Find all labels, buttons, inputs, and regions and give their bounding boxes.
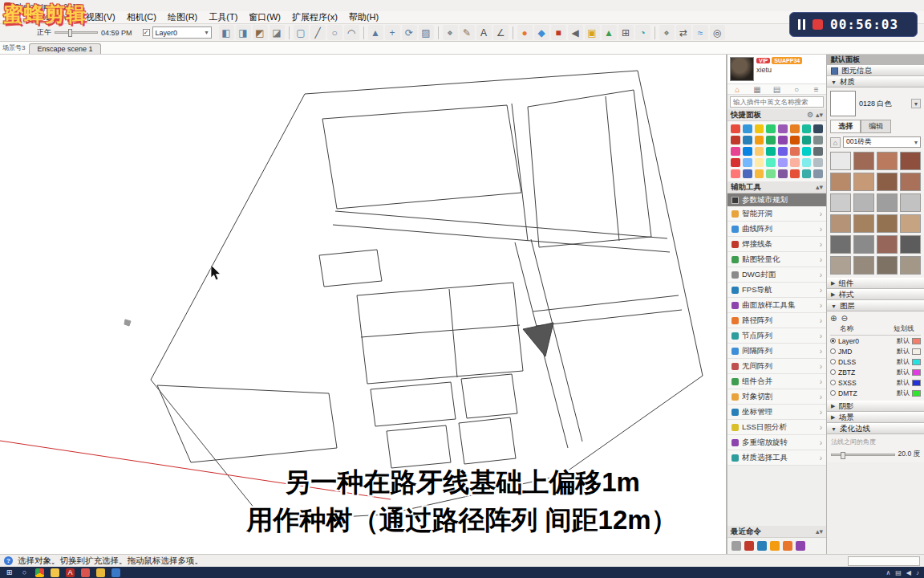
recent-commands-header[interactable]: 最近命令 ▴▾ xyxy=(727,526,826,538)
slider-thumb[interactable] xyxy=(841,452,845,459)
layer-color-chip[interactable] xyxy=(912,380,921,386)
recent-command-icon[interactable] xyxy=(783,541,792,551)
speaker-icon[interactable]: ◀ xyxy=(568,25,583,40)
pie-icon[interactable]: ◔ xyxy=(635,25,650,40)
paint-bucket-icon[interactable]: ◩ xyxy=(253,25,268,40)
plugin-icon[interactable] xyxy=(813,169,823,178)
suapp-tool[interactable]: LSS日照分析› xyxy=(727,420,826,435)
menu-item[interactable]: 扩展程序(x) xyxy=(286,11,343,23)
layers-name-column[interactable]: 名称 xyxy=(830,324,891,334)
cloud-icon[interactable]: ◆ xyxy=(534,25,549,40)
material-swatch[interactable] xyxy=(877,173,898,191)
box-icon[interactable]: ▣ xyxy=(585,25,600,40)
suapp-tool[interactable]: 间隔阵列› xyxy=(727,344,826,359)
suapp-tool[interactable]: 智能开洞› xyxy=(727,206,826,222)
material-swatch[interactable] xyxy=(877,152,898,170)
plugin-icon[interactable] xyxy=(766,169,776,178)
material-swatch[interactable] xyxy=(900,256,921,275)
suapp-tool[interactable]: 坐标管理› xyxy=(727,405,826,420)
scenes-header[interactable]: ▶ 场景 xyxy=(827,412,924,423)
menu-icon[interactable]: ≡ xyxy=(806,84,826,94)
layer-color-chip[interactable] xyxy=(912,390,921,397)
material-swatch[interactable] xyxy=(877,193,898,212)
recent-command-icon[interactable] xyxy=(732,541,741,551)
material-swatch[interactable] xyxy=(853,152,874,170)
drawing-canvas[interactable] xyxy=(0,55,727,554)
plugin-icon[interactable] xyxy=(731,136,740,144)
material-category-dropdown[interactable]: 001砖类 ▾ xyxy=(843,136,921,148)
layers-header[interactable]: ▼ 图层 xyxy=(827,300,924,311)
plugin-icon[interactable] xyxy=(790,169,800,178)
material-swatch[interactable] xyxy=(853,173,874,191)
layer-color-chip[interactable] xyxy=(912,369,921,376)
suapp-tool[interactable]: DWG封面› xyxy=(727,267,826,283)
materials-header[interactable]: ▼ 材质 xyxy=(827,76,924,88)
material-swatch[interactable] xyxy=(900,173,921,191)
app-blue-icon[interactable] xyxy=(111,568,120,577)
text-tool-icon[interactable]: A xyxy=(476,25,492,40)
plugin-icon[interactable] xyxy=(813,158,823,167)
layer-color-chip[interactable] xyxy=(912,338,921,344)
list-icon[interactable]: ▤ xyxy=(767,84,787,94)
materials-tab[interactable]: 选择 xyxy=(830,120,861,133)
material-swatch[interactable] xyxy=(830,173,851,191)
arc-tool-icon[interactable]: ◠ xyxy=(344,25,359,40)
sketchup-app-icon[interactable] xyxy=(81,568,90,577)
material-menu-button[interactable]: ▾ xyxy=(911,99,921,108)
suapp-tool[interactable]: 组件合并› xyxy=(727,374,826,389)
styles-header[interactable]: ▶ 样式 xyxy=(827,289,924,300)
menu-item[interactable]: 工具(T) xyxy=(203,11,243,23)
line-tool-icon[interactable]: ╱ xyxy=(310,25,326,40)
suapp-tool[interactable]: 路径阵列› xyxy=(727,313,826,328)
select-tool-icon[interactable]: ◧ xyxy=(219,25,234,40)
rectangle-tool-icon[interactable]: ▢ xyxy=(294,25,309,40)
render-icon[interactable]: ■ xyxy=(551,25,566,40)
menu-item[interactable]: 窗口(W) xyxy=(243,11,286,23)
recent-command-icon[interactable] xyxy=(770,541,780,551)
material-swatch[interactable] xyxy=(853,193,874,212)
suapp-tool[interactable]: FPS导航› xyxy=(727,283,826,298)
layer-row[interactable]: DMTZ默认 xyxy=(830,388,921,398)
suapp-tool[interactable]: 材质选择工具› xyxy=(727,450,826,466)
plugin-icon[interactable] xyxy=(731,158,740,167)
make-component-icon[interactable]: ◨ xyxy=(236,25,251,40)
stop-icon[interactable] xyxy=(813,19,823,30)
material-swatch[interactable] xyxy=(830,235,851,254)
components-header[interactable]: ▶ 组件 xyxy=(827,278,924,289)
helper-tools-header[interactable]: 辅助工具 ▴▾ xyxy=(727,181,826,193)
plugin-icon[interactable] xyxy=(778,136,788,144)
folder-icon[interactable] xyxy=(51,568,59,577)
layer-row[interactable]: SXSS默认 xyxy=(830,377,921,388)
remove-layer-button[interactable]: ⊖ xyxy=(841,314,847,323)
plugin-icon[interactable] xyxy=(778,169,788,178)
collapse-arrows-icon[interactable]: ▴▾ xyxy=(816,183,823,191)
plugin-icon[interactable] xyxy=(790,136,800,144)
chrome-icon[interactable] xyxy=(35,568,44,577)
tray-title[interactable]: 默认面板 xyxy=(827,55,924,65)
measurement-box[interactable] xyxy=(848,556,920,566)
layer-dash-value[interactable]: 默认 xyxy=(897,389,910,397)
move-tool-icon[interactable]: + xyxy=(385,25,400,40)
plugin-icon[interactable] xyxy=(790,147,800,156)
layer-radio[interactable] xyxy=(830,390,836,396)
layer-dash-value[interactable]: 默认 xyxy=(897,347,910,356)
layer-color-chip[interactable] xyxy=(912,359,921,365)
material-swatch[interactable] xyxy=(830,193,851,212)
autocad-icon[interactable]: A xyxy=(66,568,75,577)
suapp-tool[interactable]: 贴图轻量化› xyxy=(727,252,826,267)
shadow-toggle-checkbox[interactable]: ✓ xyxy=(143,29,150,36)
shadows-header[interactable]: ▶ 阴影 xyxy=(827,401,924,412)
plugin-icon[interactable] xyxy=(755,169,764,178)
menu-item[interactable]: 相机(C) xyxy=(121,11,162,23)
terrain-icon[interactable]: ≈ xyxy=(693,25,708,40)
plugin-icon[interactable] xyxy=(802,124,812,133)
canvas-drawing[interactable] xyxy=(0,55,727,554)
material-preview[interactable] xyxy=(830,91,856,116)
push-pull-icon[interactable]: ▲ xyxy=(368,25,383,40)
plugin-icon[interactable] xyxy=(731,124,740,133)
plugin-icon[interactable] xyxy=(802,136,812,144)
soften-angle-slider[interactable] xyxy=(831,454,895,456)
layer-dropdown[interactable]: Layer0 ▾ xyxy=(152,26,212,39)
suapp-tool[interactable]: 对象切割› xyxy=(727,389,826,405)
featured-tool-row[interactable]: 参数城市规划 xyxy=(727,193,826,206)
